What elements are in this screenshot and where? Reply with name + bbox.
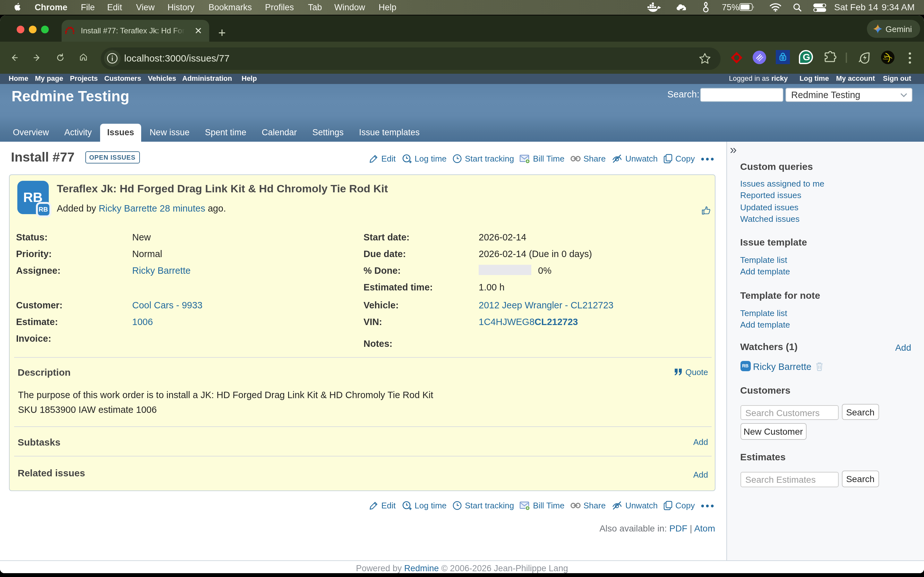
svg-text:Barre: Barre — [884, 55, 889, 57]
svg-text:Fabric: Fabric — [883, 58, 888, 60]
